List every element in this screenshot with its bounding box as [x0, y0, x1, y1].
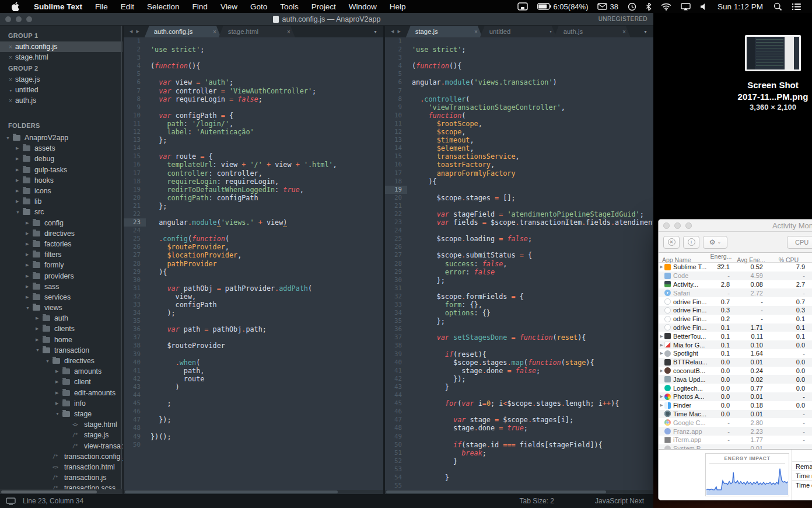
chevron-down-icon[interactable]: ▼ — [36, 348, 43, 352]
tree-item-stage[interactable]: ▼stage — [0, 409, 123, 419]
tree-item-amounts[interactable]: ▶amounts — [0, 366, 123, 377]
syntax-selector[interactable]: JavaScript Next — [595, 497, 644, 505]
close-file-icon[interactable]: × — [6, 54, 15, 61]
chevron-right-icon[interactable]: ▶ — [26, 284, 33, 289]
sidebar-horizontal-scrollbar[interactable] — [0, 489, 123, 494]
tree-item-providers[interactable]: ▶providers — [0, 270, 123, 281]
tree-item-gulp-tasks[interactable]: ▶gulp-tasks — [0, 165, 123, 175]
tree-item-anaprov2app[interactable]: ▼AnaproV2app — [0, 133, 123, 143]
tab-next-icon[interactable]: ▶ — [397, 29, 400, 34]
menu-tools[interactable]: Tools — [274, 2, 305, 11]
chevron-down-icon[interactable]: ▼ — [55, 412, 62, 416]
tree-item-directives[interactable]: ▼directives — [0, 356, 123, 366]
spotlight-icon[interactable] — [769, 2, 787, 11]
mail-menu-extra[interactable]: 38 — [593, 2, 622, 11]
am-process-row[interactable]: Logitech...0.00.770.0 — [659, 384, 812, 392]
open-file-item-stage-js[interactable]: ×stage.js — [0, 74, 123, 85]
tab-overflow-icon[interactable]: ▼ — [368, 30, 383, 34]
am-title-bar[interactable]: Activity Monitor — [659, 220, 812, 232]
chevron-right-icon[interactable]: ▶ — [26, 263, 33, 267]
sidebar-vertical-scrollbar[interactable] — [121, 26, 122, 489]
menu-view[interactable]: View — [214, 2, 244, 11]
battery-menu-extra[interactable]: 6:05(84%) — [533, 2, 593, 11]
am-column-header-avg-ene[interactable]: Avg Ene... — [734, 256, 768, 263]
modified-dot-icon[interactable]: ● — [6, 88, 15, 92]
tree-item-info[interactable]: ▶info — [0, 398, 123, 409]
horizontal-scrollbar[interactable] — [385, 490, 653, 494]
close-window-button[interactable] — [5, 16, 11, 22]
open-file-item-auth-js[interactable]: ×auth.js — [0, 95, 123, 106]
tab-next-icon[interactable]: ▶ — [136, 29, 139, 34]
notification-center-icon[interactable] — [787, 3, 806, 11]
tree-item-transaction-html[interactable]: <>transaction.html — [0, 462, 123, 472]
chevron-right-icon[interactable]: ▶ — [26, 274, 33, 279]
am-process-row[interactable]: ▶Sublime T...32.10.527.9 — [659, 263, 812, 272]
scrollbar-thumb[interactable] — [125, 490, 338, 493]
chevron-down-icon[interactable]: ▼ — [6, 136, 13, 140]
am-process-row[interactable]: Google C...-2.80- — [659, 418, 812, 427]
tree-item-auth[interactable]: ▶auth — [0, 313, 123, 323]
tree-item-transaction-config-js[interactable]: /*transaction.config.js — [0, 451, 123, 462]
menu-window[interactable]: Window — [342, 2, 383, 11]
am-process-row[interactable]: iTerm.app-1.77- — [659, 436, 812, 444]
disclosure-triangle-icon[interactable]: ▶ — [659, 265, 664, 269]
apple-menu[interactable] — [7, 2, 27, 11]
chevron-right-icon[interactable]: ▶ — [16, 189, 23, 193]
tab-close-icon[interactable]: × — [472, 29, 478, 35]
zoom-window-button[interactable] — [26, 16, 32, 22]
tab-stage-js[interactable]: stage.js× — [406, 26, 482, 37]
tab-close-icon[interactable]: × — [285, 29, 290, 35]
am-process-row[interactable]: ▶coconutB...0.00.240.0 — [659, 367, 812, 375]
am-close-button[interactable] — [663, 222, 670, 229]
inspect-process-button[interactable]: i — [683, 236, 699, 249]
chevron-down-icon[interactable]: ▼ — [16, 210, 23, 214]
tree-item-directives[interactable]: ▶directives — [0, 228, 123, 239]
menu-file[interactable]: File — [89, 2, 114, 11]
chevron-right-icon[interactable]: ▶ — [16, 168, 23, 172]
tree-item-services[interactable]: ▶services — [0, 292, 123, 302]
chevron-right-icon[interactable]: ▶ — [55, 369, 62, 374]
tree-item-edit-amounts[interactable]: ▶edit-amounts — [0, 388, 123, 398]
open-file-item-auth-config-js[interactable]: ×auth.config.js — [0, 41, 123, 52]
tab-size-selector[interactable]: Tab Size: 2 — [520, 497, 554, 505]
tree-item-filters[interactable]: ▶filters — [0, 249, 123, 260]
airplay-menu-extra[interactable] — [676, 3, 695, 11]
chevron-right-icon[interactable]: ▶ — [55, 391, 62, 395]
am-process-row[interactable]: odrive Fin...0.3-0.3 — [659, 306, 812, 315]
chevron-right-icon[interactable]: ▶ — [55, 380, 62, 384]
tree-item-transaction[interactable]: ▼transaction — [0, 345, 123, 356]
tree-item-config[interactable]: ▶config — [0, 218, 123, 228]
tree-item-debug[interactable]: ▶debug — [0, 154, 123, 164]
tree-item-icons[interactable]: ▶icons — [0, 186, 123, 196]
chevron-right-icon[interactable]: ▶ — [36, 316, 43, 321]
chevron-right-icon[interactable]: ▶ — [26, 252, 33, 257]
tree-item-stage-html[interactable]: <>stage.html — [0, 419, 123, 430]
tab-stage-html[interactable]: stage.html× — [219, 26, 295, 37]
code-view[interactable]: 1234567891011121314151617181920212223242… — [385, 37, 653, 494]
scrollbar-thumb[interactable] — [1, 490, 97, 493]
menu-bar-clock[interactable]: Sun 1:12 PM — [712, 2, 769, 11]
am-process-row[interactable]: ▶BetterTou...0.10.110.1 — [659, 332, 812, 340]
tree-item-sass[interactable]: ▶sass — [0, 281, 123, 292]
screen-recorder-menu-extra[interactable] — [513, 2, 533, 11]
am-zoom-button[interactable] — [685, 222, 692, 229]
tab-close-icon[interactable]: × — [620, 29, 626, 35]
bluetooth-menu-extra[interactable] — [641, 2, 656, 11]
code-view[interactable]: 1234567891011121314151617181920212223242… — [124, 37, 383, 494]
chevron-down-icon[interactable]: ▼ — [46, 359, 52, 363]
disclosure-triangle-icon[interactable]: ▶ — [659, 351, 664, 356]
chevron-right-icon[interactable]: ▶ — [26, 221, 33, 225]
close-file-icon[interactable]: × — [6, 98, 15, 104]
tree-item-home[interactable]: ▶home — [0, 335, 123, 345]
quit-process-button[interactable]: ✕ — [663, 236, 680, 249]
tree-item-clients[interactable]: ▶clients — [0, 323, 123, 334]
tree-item-src[interactable]: ▼src — [0, 207, 123, 217]
chevron-down-icon[interactable]: ▼ — [26, 306, 33, 310]
chevron-right-icon[interactable]: ▶ — [26, 242, 33, 246]
am-process-row[interactable]: ▶Mia for G...0.10.100.0 — [659, 340, 812, 349]
chevron-right-icon[interactable]: ▶ — [36, 326, 43, 331]
chevron-right-icon[interactable]: ▶ — [16, 178, 23, 183]
menu-goto[interactable]: Goto — [244, 2, 274, 11]
tab-untitled[interactable]: untitled● — [480, 26, 556, 37]
close-file-icon[interactable]: × — [6, 76, 15, 83]
